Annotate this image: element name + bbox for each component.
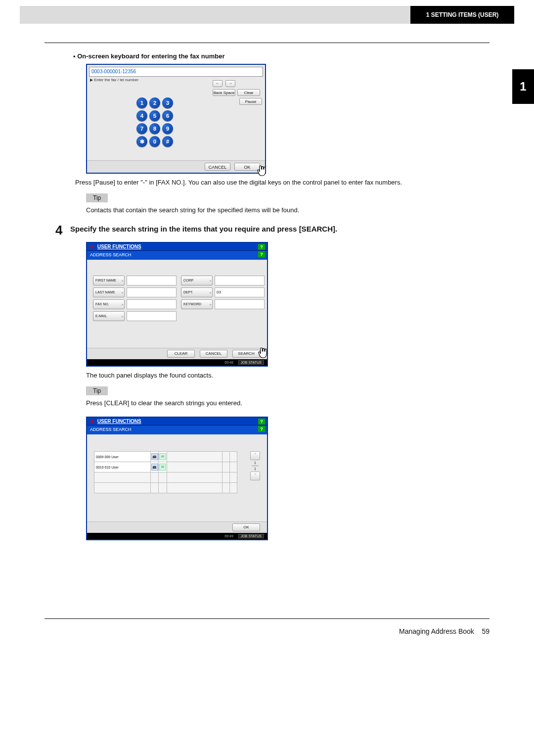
step-number-4: 4 xyxy=(55,223,70,238)
page-total: 1 xyxy=(254,467,256,471)
address-search-panel: ⚙ USER FUNCTIONS ? ADDRESS SEARCH ? FIRS… xyxy=(86,242,268,367)
key-8[interactable]: 8 xyxy=(149,123,160,134)
pause-button[interactable]: Pause xyxy=(239,98,262,105)
key-6[interactable]: 6 xyxy=(162,110,173,121)
tip-text-1: Contacts that contain the search string … xyxy=(86,205,490,215)
search-cancel-button[interactable]: CANCEL xyxy=(200,350,227,358)
results-tabbar: ADDRESS SEARCH ? xyxy=(87,425,267,434)
job-status-button[interactable]: JOB STATUS xyxy=(238,360,264,365)
tab-address-search: ADDRESS SEARCH xyxy=(90,427,132,432)
search-button[interactable]: SEARCH xyxy=(232,350,260,358)
tip-label-2: Tip xyxy=(86,386,108,395)
table-row[interactable]: 0010 010 User 📠 ✉ xyxy=(94,462,237,472)
key-3[interactable]: 3 xyxy=(162,97,173,108)
key-9[interactable]: 9 xyxy=(162,123,173,134)
help-icon[interactable]: ? xyxy=(258,244,265,250)
found-contacts-text: The touch panel displays the found conta… xyxy=(86,371,490,380)
email-input[interactable] xyxy=(127,311,177,321)
table-row xyxy=(94,483,237,493)
fax-number-keypad-panel: 0003-000001-12356 ▶ Enter the fax / tel … xyxy=(86,64,266,174)
fax-no-field[interactable]: FAX NO.» xyxy=(93,299,125,309)
key-4[interactable]: 4 xyxy=(136,110,147,121)
key-2[interactable]: 2 xyxy=(149,97,160,108)
tab-address-search: ADDRESS SEARCH xyxy=(90,252,132,257)
row-id: 0010 xyxy=(96,466,104,469)
address-results-panel: ⚙ USER FUNCTIONS ? ADDRESS SEARCH ? 0009… xyxy=(86,417,268,540)
key-7[interactable]: 7 xyxy=(136,123,147,134)
dept-input[interactable]: 03 xyxy=(215,287,265,297)
mail-icon[interactable]: ✉ xyxy=(159,453,166,460)
cursor-right-button[interactable]: → xyxy=(225,80,235,87)
header-chapter: 1 SETTING ITEMS (USER) xyxy=(410,6,514,24)
tip-text-2: Press [CLEAR] to clear the search string… xyxy=(86,398,490,408)
keyword-input[interactable] xyxy=(215,299,265,309)
instruction-text: Enter the fax / tel number xyxy=(94,78,138,82)
fax-icon[interactable]: 📠 xyxy=(151,453,158,460)
fax-icon[interactable]: 📠 xyxy=(151,464,158,471)
gear-icon: ⚙ xyxy=(90,419,94,424)
triangle-icon: ▶ xyxy=(90,78,93,82)
tip-label-1: Tip xyxy=(86,193,108,202)
results-ok-button[interactable]: OK xyxy=(232,523,260,531)
footer-text: Managing Address Book xyxy=(399,627,474,635)
key-hash[interactable]: # xyxy=(162,136,173,147)
row-name: 009 User xyxy=(105,455,119,459)
corp-input[interactable] xyxy=(215,276,265,285)
row-id: 0009 xyxy=(96,455,104,459)
last-name-field[interactable]: LAST NAME» xyxy=(93,287,125,297)
fax-no-input[interactable] xyxy=(127,299,177,309)
time-label: 09:49 xyxy=(224,534,233,538)
panel-titlebar: ⚙ USER FUNCTIONS ? xyxy=(87,243,267,251)
keyword-field[interactable]: KEYWORD» xyxy=(181,299,213,309)
mail-icon[interactable]: ✉ xyxy=(159,464,166,471)
cursor-left-button[interactable]: ← xyxy=(213,80,222,87)
top-rule xyxy=(44,43,490,43)
key-0[interactable]: 0 xyxy=(149,136,160,147)
bullet-heading-keyboard: • On-screen keyboard for entering the fa… xyxy=(73,52,490,60)
table-row[interactable]: 0009 009 User 📠 ✉ xyxy=(94,452,237,462)
results-table: 0009 009 User 📠 ✉ 0010 010 User 📠 ✉ xyxy=(94,451,237,493)
scroll-up-button[interactable]: ˄ xyxy=(250,451,260,460)
bottom-rule xyxy=(44,618,490,619)
email-field[interactable]: E-MAIL» xyxy=(93,311,125,321)
side-chapter-tab: 1 xyxy=(512,69,534,104)
keypad-ok-button[interactable]: OK xyxy=(234,163,260,171)
numeric-keypad: 1 2 3 4 5 6 7 8 9 ✱ 0 # xyxy=(136,97,174,148)
last-name-input[interactable] xyxy=(127,287,177,297)
results-titlebar: ⚙ USER FUNCTIONS ? xyxy=(87,418,267,425)
clear-button[interactable]: Clear xyxy=(237,89,260,96)
footer-page: 59 xyxy=(482,627,490,635)
search-clear-button[interactable]: CLEAR xyxy=(167,350,195,358)
fax-number-display: 0003-000001-12356 xyxy=(89,67,263,77)
press-pause-note: Press [Pause] to enter "-" in [FAX NO.].… xyxy=(75,178,490,188)
table-row xyxy=(94,472,237,483)
key-star[interactable]: ✱ xyxy=(136,136,147,147)
help-icon[interactable]: ? xyxy=(258,419,265,425)
gear-icon: ⚙ xyxy=(90,244,94,249)
first-name-field[interactable]: FIRST NAME» xyxy=(93,276,125,285)
results-title: USER FUNCTIONS xyxy=(97,419,141,424)
step-4-heading: Specify the search string in the items t… xyxy=(70,223,337,233)
panel-tabbar: ADDRESS SEARCH ? xyxy=(87,251,267,260)
key-1[interactable]: 1 xyxy=(136,97,147,108)
page-current: 1 xyxy=(254,461,256,465)
help-icon-inner[interactable]: ? xyxy=(258,251,265,257)
help-icon-inner[interactable]: ? xyxy=(258,426,265,432)
keypad-cancel-button[interactable]: CANCEL xyxy=(205,163,230,171)
backspace-button[interactable]: Back Space xyxy=(213,89,235,96)
corp-field[interactable]: CORP.» xyxy=(181,276,213,285)
footer: Managing Address Book 59 xyxy=(44,627,490,635)
time-label: 09:48 xyxy=(224,361,233,364)
key-5[interactable]: 5 xyxy=(149,110,160,121)
dept-field[interactable]: DEPT.» xyxy=(181,287,213,297)
job-status-button[interactable]: JOB STATUS xyxy=(238,534,264,538)
panel-title: USER FUNCTIONS xyxy=(97,244,141,249)
row-name: 010 User xyxy=(105,466,119,469)
scroll-down-button[interactable]: ˅ xyxy=(250,472,260,480)
first-name-input[interactable] xyxy=(127,276,177,285)
